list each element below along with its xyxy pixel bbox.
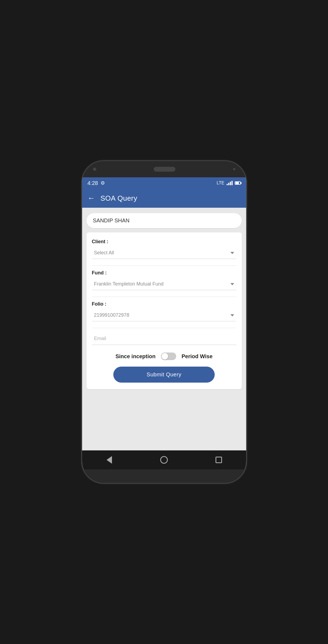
name-pill: SANDIP SHAN — [86, 213, 242, 228]
client-label: Client : — [92, 239, 236, 245]
speaker-icon — [154, 167, 175, 172]
email-field-container — [92, 332, 236, 345]
period-wise-label: Period Wise — [182, 353, 213, 360]
client-select-wrapper[interactable]: Select All — [92, 247, 236, 259]
app-bar: ← SOA Query — [82, 189, 246, 208]
client-select[interactable]: Select All — [92, 247, 236, 259]
folio-field: Folio : 2199910072978 — [92, 301, 236, 321]
fund-field: Fund : Franklin Templeton Mutual Fund — [92, 270, 236, 290]
fund-select[interactable]: Franklin Templeton Mutual Fund — [92, 278, 236, 290]
status-bar-left: 4:28 ⚙ — [88, 180, 105, 186]
nav-recent-button[interactable] — [213, 454, 224, 465]
divider-2 — [92, 297, 236, 297]
settings-icon: ⚙ — [101, 180, 105, 186]
phone-frame: 4:28 ⚙ LTE ← SOA Query — [82, 161, 246, 483]
client-field: Client : Select All — [92, 239, 236, 259]
folio-label: Folio : — [92, 301, 236, 307]
since-inception-label: Since inception — [115, 353, 156, 360]
divider-1 — [92, 265, 236, 266]
fund-select-wrapper[interactable]: Franklin Templeton Mutual Fund — [92, 278, 236, 290]
submit-button[interactable]: Submit Query — [113, 367, 214, 383]
phone-screen: 4:28 ⚙ LTE ← SOA Query — [82, 177, 246, 469]
recent-square-icon — [216, 457, 222, 463]
email-input[interactable] — [92, 332, 236, 345]
sensor-icon — [233, 168, 235, 170]
page-title: SOA Query — [101, 194, 137, 203]
form-card: Client : Select All Fund : Franklin Tem — [86, 232, 242, 389]
back-triangle-icon — [107, 456, 112, 464]
divider-3 — [92, 328, 236, 328]
camera-icon — [93, 168, 96, 171]
status-bar-right: LTE — [217, 181, 240, 185]
navigation-bar — [82, 450, 246, 469]
signal-icon — [227, 181, 233, 185]
toggle-knob — [162, 353, 168, 360]
period-toggle-row: Since inception Period Wise — [92, 353, 236, 360]
screen-content: SANDIP SHAN Client : Select All — [82, 208, 246, 450]
fund-label: Fund : — [92, 270, 236, 276]
phone-bottom-hardware — [82, 469, 246, 483]
period-toggle[interactable] — [161, 353, 176, 360]
folio-select[interactable]: 2199910072978 — [92, 309, 236, 321]
folio-select-wrapper[interactable]: 2199910072978 — [92, 309, 236, 321]
nav-back-button[interactable] — [104, 454, 115, 465]
nav-home-button[interactable] — [159, 454, 169, 465]
battery-icon — [235, 181, 241, 185]
back-button[interactable]: ← — [88, 194, 95, 202]
phone-top-hardware — [82, 161, 246, 177]
lte-label: LTE — [217, 181, 224, 185]
home-circle-icon — [160, 456, 168, 464]
status-bar: 4:28 ⚙ LTE — [82, 177, 246, 189]
name-text: SANDIP SHAN — [93, 217, 130, 223]
status-time: 4:28 — [88, 180, 98, 186]
